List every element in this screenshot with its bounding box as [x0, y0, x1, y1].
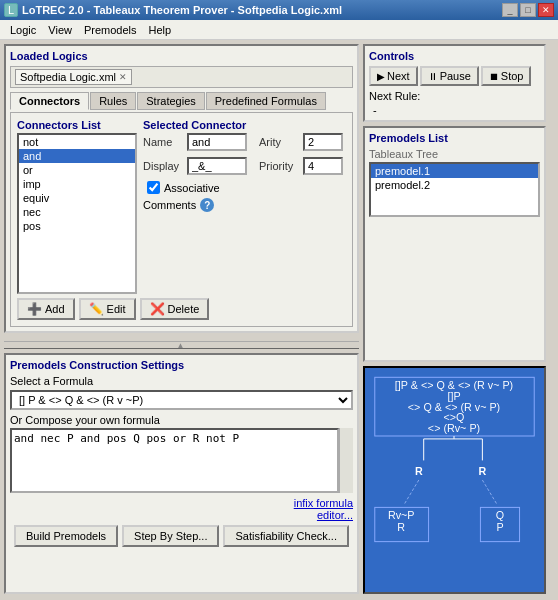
premodels-construction-title: Premodels Construction Settings — [10, 359, 353, 371]
connector-item-nec[interactable]: nec — [19, 205, 135, 219]
add-icon: ➕ — [27, 302, 42, 316]
file-tab-bar: Softpedia Logic.xml ✕ — [10, 66, 353, 88]
formula-select[interactable]: [] P & <> Q & <> (R v ~P) — [10, 390, 353, 410]
file-tab[interactable]: Softpedia Logic.xml ✕ — [15, 69, 132, 85]
tableaux-tree-label: Tableaux Tree — [369, 148, 540, 160]
connectors-tab-content: Connectors List not and or imp equiv nec… — [10, 112, 353, 327]
connector-item-and[interactable]: and — [19, 149, 135, 163]
control-buttons: ▶ Next ⏸ Pause ⏹ Stop — [369, 66, 540, 86]
comments-help-icon[interactable]: ? — [200, 198, 214, 212]
textarea-scrollbar[interactable] — [339, 428, 353, 493]
next-button[interactable]: ▶ Next — [369, 66, 418, 86]
name-label: Name — [143, 136, 183, 148]
next-rule-row: Next Rule: — [369, 90, 540, 102]
menu-help[interactable]: Help — [143, 22, 178, 38]
name-input[interactable] — [187, 133, 247, 151]
minimize-button[interactable]: _ — [502, 3, 518, 17]
svg-text:Rv~P: Rv~P — [388, 509, 415, 521]
selected-connector-panel: Selected Connector Name Arity Display Pr… — [143, 119, 346, 294]
stop-icon: ⏹ — [489, 71, 499, 82]
file-tab-close-icon[interactable]: ✕ — [119, 72, 127, 82]
infix-formula-link[interactable]: infix formula editor... — [10, 497, 353, 521]
formula-textarea[interactable] — [10, 428, 339, 493]
menu-logic[interactable]: Logic — [4, 22, 42, 38]
resize-handle[interactable]: ▲ — [4, 341, 359, 349]
premodels-list-title: Premodels List — [369, 132, 540, 144]
comments-row: Comments ? — [143, 198, 346, 212]
add-button[interactable]: ➕ Add — [17, 298, 75, 320]
edit-icon: ✏️ — [89, 302, 104, 316]
display-label: Display — [143, 160, 183, 172]
associative-row: Associative — [143, 181, 346, 194]
connector-item-equiv[interactable]: equiv — [19, 191, 135, 205]
menu-bar: Logic View Premodels Help — [0, 20, 558, 40]
priority-label: Priority — [259, 160, 299, 172]
stop-label: Stop — [501, 70, 524, 82]
step-by-step-button[interactable]: Step By Step... — [122, 525, 219, 547]
display-input[interactable] — [187, 157, 247, 175]
menu-view[interactable]: View — [42, 22, 78, 38]
tree-visualization-panel: []P & <> Q & <> (R v~ P) []P <> Q & <> (… — [363, 366, 546, 594]
associative-checkbox[interactable] — [147, 181, 160, 194]
loaded-logics-panel: Loaded Logics Softpedia Logic.xml ✕ Conn… — [4, 44, 359, 333]
associative-label: Associative — [164, 182, 220, 194]
arity-input[interactable] — [303, 133, 343, 151]
tree-svg: []P & <> Q & <> (R v~ P) []P <> Q & <> (… — [365, 368, 544, 592]
app-icon: L — [4, 3, 18, 17]
premodel-item-1[interactable]: premodel.1 — [371, 164, 538, 178]
maximize-button[interactable]: □ — [520, 3, 536, 17]
arity-label: Arity — [259, 136, 299, 148]
edit-button[interactable]: ✏️ Edit — [79, 298, 136, 320]
menu-premodels[interactable]: Premodels — [78, 22, 143, 38]
tab-rules[interactable]: Rules — [90, 92, 136, 110]
formula-textarea-wrapper — [10, 428, 353, 493]
premodel-item-2[interactable]: premodel.2 — [371, 178, 538, 192]
resize-dots-icon: ▲ — [177, 341, 187, 350]
svg-text:R: R — [397, 521, 405, 533]
connector-item-not[interactable]: not — [19, 135, 135, 149]
connectors-listbox[interactable]: not and or imp equiv nec pos — [17, 133, 137, 294]
connector-item-imp[interactable]: imp — [19, 177, 135, 191]
satisfiability-button[interactable]: Satisfiability Check... — [223, 525, 348, 547]
svg-text:<> (Rv~ P): <> (Rv~ P) — [428, 422, 480, 434]
title-bar: L LoTREC 2.0 - Tableaux Theorem Prover -… — [0, 0, 558, 20]
next-icon: ▶ — [377, 71, 385, 82]
premodels-listbox[interactable]: premodel.1 premodel.2 — [369, 162, 540, 217]
window-title: LoTREC 2.0 - Tableaux Theorem Prover - S… — [22, 4, 342, 16]
svg-text:R: R — [415, 465, 423, 477]
action-buttons: ➕ Add ✏️ Edit ❌ Delete — [17, 298, 346, 320]
premodels-list-panel: Premodels List Tableaux Tree premodel.1 … — [363, 126, 546, 362]
compose-label: Or Compose your own formula — [10, 414, 353, 426]
file-tab-label: Softpedia Logic.xml — [20, 71, 116, 83]
stop-button[interactable]: ⏹ Stop — [481, 66, 532, 86]
tab-strategies[interactable]: Strategies — [137, 92, 205, 110]
next-label: Next — [387, 70, 410, 82]
svg-text:R: R — [478, 465, 486, 477]
pause-label: Pause — [440, 70, 471, 82]
loaded-logics-title: Loaded Logics — [10, 50, 353, 62]
selected-connector-label: Selected Connector — [143, 119, 346, 131]
priority-input[interactable] — [303, 157, 343, 175]
controls-panel: Controls ▶ Next ⏸ Pause ⏹ Stop Next Rule… — [363, 44, 546, 122]
controls-title: Controls — [369, 50, 540, 62]
select-formula-label: Select a Formula — [10, 375, 353, 387]
tab-predefined[interactable]: Predefined Formulas — [206, 92, 326, 110]
next-rule-label: Next Rule: — [369, 90, 420, 102]
connector-item-or[interactable]: or — [19, 163, 135, 177]
svg-text:P: P — [496, 521, 503, 533]
pause-icon: ⏸ — [428, 71, 438, 82]
comments-label: Comments — [143, 199, 196, 211]
pause-button[interactable]: ⏸ Pause — [420, 66, 479, 86]
build-premodels-button[interactable]: Build Premodels — [14, 525, 118, 547]
name-row: Name Arity — [143, 133, 346, 151]
delete-label: Delete — [168, 303, 200, 315]
delete-icon: ❌ — [150, 302, 165, 316]
next-rule-value: - — [369, 104, 540, 116]
connector-item-pos[interactable]: pos — [19, 219, 135, 233]
bottom-buttons: Build Premodels Step By Step... Satisfia… — [10, 525, 353, 547]
display-row: Display Priority — [143, 157, 346, 175]
add-label: Add — [45, 303, 65, 315]
close-button[interactable]: ✕ — [538, 3, 554, 17]
tab-connectors[interactable]: Connectors — [10, 92, 89, 110]
delete-button[interactable]: ❌ Delete — [140, 298, 210, 320]
